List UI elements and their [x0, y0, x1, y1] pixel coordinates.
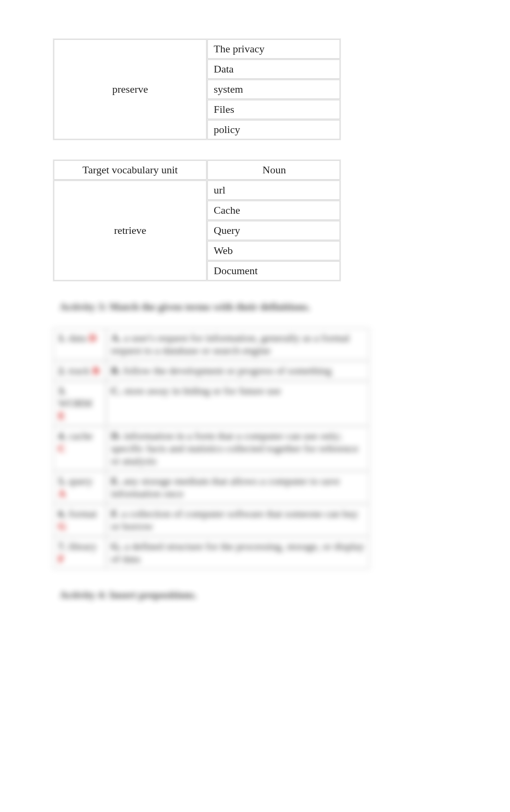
noun-cell: Data — [207, 60, 340, 79]
activity-4-block: Activity 4: Insert prepositions. — [53, 589, 457, 601]
noun-cell: policy — [207, 120, 340, 139]
vocab-table-preserve: preserve The privacy Data system Files p… — [53, 38, 341, 140]
noun-cell: Web — [207, 241, 340, 260]
term-cell: 1. data D — [54, 328, 106, 360]
activity-4-title: Activity 4: Insert prepositions. — [60, 589, 457, 601]
noun-cell: Cache — [207, 201, 340, 220]
noun-cell: system — [207, 80, 340, 99]
definition-cell: C. store away in hiding or for future us… — [107, 381, 369, 425]
activity-3-block: Activity 3: Match the given terms with t… — [53, 301, 457, 570]
noun-cell: The privacy — [207, 39, 340, 59]
definition-cell: B. follow the development or progress of… — [107, 361, 369, 380]
term-cell: 7. library F — [54, 537, 106, 569]
noun-cell: Document — [207, 261, 340, 280]
noun-cell: Files — [207, 100, 340, 119]
match-table: 1. data DA. a user's request for informa… — [53, 327, 370, 570]
definition-cell: A. a user's request for information, gen… — [107, 328, 369, 360]
term-cell: 6. format G — [54, 504, 106, 536]
definition-cell: E. any storage medium that allows a comp… — [107, 472, 369, 503]
term-cell: 4. cache C — [54, 426, 106, 471]
term-cell: 2. track B — [54, 361, 106, 380]
noun-cell: Query — [207, 221, 340, 240]
vocab-table-retrieve: Target vocabulary unit Noun retrieve url… — [53, 159, 341, 281]
term-cell: 3. WORM E — [54, 381, 106, 425]
definition-cell: D. information in a form that a computer… — [107, 426, 369, 471]
header-noun: Noun — [207, 160, 340, 180]
vocab-cell: retrieve — [54, 181, 206, 280]
activity-3-title: Activity 3: Match the given terms with t… — [60, 301, 457, 313]
noun-cell: url — [207, 181, 340, 200]
definition-cell: G. a defined structure for the processin… — [107, 537, 369, 569]
header-vocab: Target vocabulary unit — [54, 160, 206, 180]
definition-cell: F. a collection of computer software tha… — [107, 504, 369, 536]
vocab-cell: preserve — [54, 39, 206, 139]
term-cell: 5. query A — [54, 472, 106, 503]
match-tbody: 1. data DA. a user's request for informa… — [54, 328, 369, 569]
